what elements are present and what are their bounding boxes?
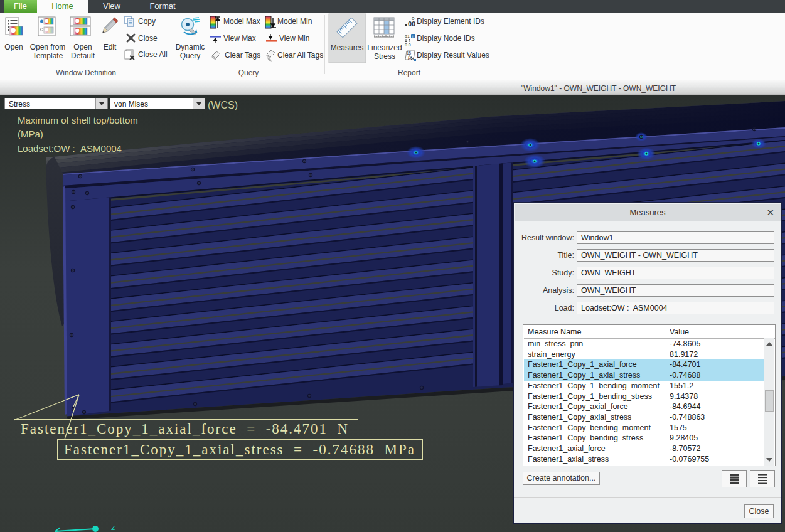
svg-text:0.0: 0.0: [405, 43, 411, 47]
svg-text:z: z: [111, 523, 115, 532]
svg-text:0: 0: [412, 16, 415, 21]
svg-text:d1: d1: [405, 34, 410, 38]
svg-text:i: i: [412, 35, 413, 38]
